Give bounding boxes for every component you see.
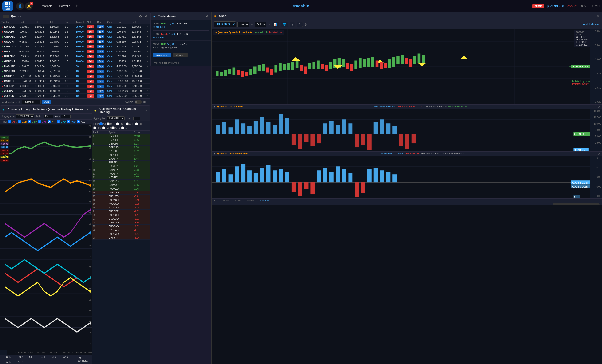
remove-btn[interactable]: ×: [147, 55, 148, 58]
row-buy[interactable]: Buy: [96, 39, 106, 44]
row-sell[interactable]: Sell: [86, 29, 96, 34]
row-order[interactable]: Order: [106, 79, 115, 84]
row-order[interactable]: Order: [106, 74, 115, 79]
sell-btn[interactable]: Sell: [87, 85, 94, 88]
order-btn[interactable]: Order: [107, 90, 113, 92]
row-sell[interactable]: Sell: [86, 34, 96, 39]
row-buy[interactable]: Buy: [96, 59, 106, 64]
buy-btn[interactable]: Buy: [97, 90, 104, 93]
row-x[interactable]: ×: [146, 29, 150, 34]
row-sell[interactable]: Sell: [86, 24, 96, 29]
csi-aggregation-select[interactable]: 1 MINUTE: [16, 114, 34, 118]
sell-btn[interactable]: Sell: [87, 70, 94, 73]
chart-scroll-thumb[interactable]: [553, 203, 600, 205]
row-order[interactable]: Order: [106, 29, 115, 34]
order-btn[interactable]: Order: [107, 80, 113, 83]
tick-vol-expand[interactable]: ▷: [598, 105, 600, 108]
add-tab-button[interactable]: +: [74, 3, 80, 10]
sell-btn[interactable]: Sell: [87, 55, 94, 58]
add-note-1[interactable]: ⊕ add note: [153, 26, 209, 28]
sell-btn[interactable]: Sell: [87, 25, 94, 28]
row-sell[interactable]: Sell: [86, 49, 96, 54]
csi-period-input[interactable]: [44, 115, 53, 118]
row-buy[interactable]: Buy: [96, 69, 106, 74]
buy-btn[interactable]: Buy: [97, 75, 104, 78]
row-x[interactable]: ×: [146, 24, 150, 29]
order-btn[interactable]: Order: [107, 95, 113, 97]
row-buy[interactable]: Buy: [96, 24, 106, 29]
row-order[interactable]: Order: [106, 89, 115, 94]
row-x[interactable]: ×: [146, 69, 150, 74]
filter-cad[interactable]: CAD: [57, 120, 66, 123]
row-x[interactable]: ×: [146, 94, 150, 98]
remove-btn[interactable]: ×: [147, 84, 148, 88]
sell-btn[interactable]: Sell: [87, 60, 94, 63]
row-x[interactable]: ×: [146, 49, 150, 54]
row-order[interactable]: Order: [106, 24, 115, 29]
row-buy[interactable]: Buy: [96, 84, 106, 89]
filter-gbp[interactable]: GBP: [28, 120, 37, 123]
sell-btn[interactable]: Sell: [87, 75, 94, 78]
row-sell[interactable]: Sell: [86, 94, 96, 98]
order-btn[interactable]: Order: [107, 26, 113, 28]
filter-nzd[interactable]: NZD: [77, 120, 86, 123]
filter-chf[interactable]: CHF: [38, 120, 47, 123]
row-buy[interactable]: Buy: [96, 89, 106, 94]
remove-btn[interactable]: ×: [147, 74, 148, 78]
add-instrument-input[interactable]: [22, 100, 41, 104]
row-order[interactable]: Order: [106, 59, 115, 64]
filter-nzd[interactable]: NZD: [121, 126, 129, 129]
order-btn[interactable]: Order: [107, 41, 113, 43]
order-btn[interactable]: Order: [107, 85, 113, 87]
row-buy[interactable]: Buy: [96, 49, 106, 54]
chart-symbol-select[interactable]: EURNZD: [214, 21, 236, 27]
row-buy[interactable]: Buy: [96, 44, 106, 49]
buy-btn[interactable]: Buy: [97, 70, 104, 73]
buy-btn[interactable]: Buy: [97, 85, 104, 88]
row-order[interactable]: Order: [106, 94, 115, 98]
order-btn[interactable]: Order: [107, 50, 113, 53]
row-x[interactable]: ×: [146, 84, 150, 89]
add-note-2[interactable]: ⊕ add note: [153, 36, 209, 39]
filter-all[interactable]: All: [99, 122, 106, 125]
order-btn[interactable]: Order: [107, 60, 113, 63]
remove-btn[interactable]: ×: [147, 50, 148, 53]
add-instrument-btn[interactable]: Add: [42, 100, 52, 104]
profile-button[interactable]: 👤: [16, 2, 24, 10]
filter-eur[interactable]: EUR: [116, 122, 124, 125]
sell-btn[interactable]: Sell: [87, 45, 94, 48]
row-sell[interactable]: Sell: [86, 79, 96, 84]
chart-close-btn[interactable]: ✕: [596, 14, 600, 18]
row-order[interactable]: Order: [106, 69, 115, 74]
sell-btn[interactable]: Sell: [87, 80, 94, 83]
matrix-aggregation-select[interactable]: 1 MINUTE: [107, 116, 125, 120]
quotes-close-btn[interactable]: ✕: [144, 14, 148, 19]
row-buy[interactable]: Buy: [96, 34, 106, 39]
filter-usd[interactable]: USD: [8, 120, 17, 123]
remove-btn[interactable]: ×: [147, 79, 148, 83]
row-x[interactable]: ×: [146, 44, 150, 49]
filter-jpy[interactable]: JPY: [47, 120, 56, 123]
matrix-close-btn[interactable]: ✕: [144, 108, 148, 113]
row-sell[interactable]: Sell: [86, 39, 96, 44]
order-btn[interactable]: Order: [107, 75, 113, 78]
remove-btn[interactable]: ×: [147, 45, 148, 48]
remove-btn[interactable]: ×: [147, 30, 148, 33]
remove-btn[interactable]: ×: [147, 35, 148, 38]
row-buy[interactable]: Buy: [96, 64, 106, 69]
buy-btn[interactable]: Buy: [97, 35, 104, 38]
order-btn[interactable]: Order: [107, 65, 113, 68]
buy-btn[interactable]: Buy: [97, 60, 104, 63]
row-x[interactable]: ×: [146, 89, 150, 94]
row-buy[interactable]: Buy: [96, 94, 106, 98]
buy-btn[interactable]: Buy: [97, 40, 104, 43]
buy-btn[interactable]: Buy: [97, 55, 104, 58]
chart-period-select[interactable]: 5D: [255, 22, 267, 27]
row-order[interactable]: Order: [106, 34, 115, 39]
sell-btn[interactable]: Sell: [87, 90, 94, 93]
remove-btn[interactable]: ×: [147, 40, 148, 43]
row-buy[interactable]: Buy: [96, 79, 106, 84]
buy-btn[interactable]: Buy: [97, 50, 104, 53]
order-btn[interactable]: Order: [107, 45, 113, 48]
discard-btn[interactable]: discard: [173, 53, 188, 57]
